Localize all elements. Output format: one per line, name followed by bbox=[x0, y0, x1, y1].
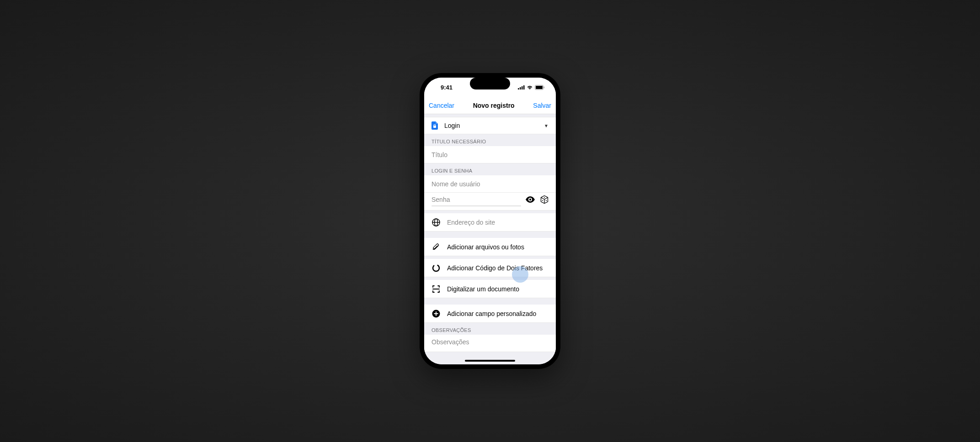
scan-document-label: Digitalizar um documento bbox=[447, 285, 519, 293]
svg-rect-0 bbox=[518, 88, 519, 89]
record-type-selector[interactable]: Login ▼ bbox=[424, 117, 556, 134]
phone-screen: 9:41 Cancelar Novo registro Salvar Login… bbox=[424, 78, 556, 364]
svg-point-10 bbox=[544, 197, 545, 198]
svg-point-12 bbox=[546, 200, 547, 201]
svg-rect-1 bbox=[520, 87, 521, 89]
password-strength-meter bbox=[431, 205, 521, 206]
scan-icon bbox=[431, 285, 441, 293]
plus-circle-icon bbox=[431, 310, 441, 318]
add-custom-field-button[interactable]: Adicionar campo personalizado bbox=[424, 305, 556, 323]
svg-rect-6 bbox=[544, 86, 545, 88]
dice-icon[interactable] bbox=[540, 195, 549, 204]
phone-notch bbox=[470, 78, 510, 89]
nav-title: Novo registro bbox=[473, 102, 515, 109]
username-field[interactable]: Nome de usuário bbox=[424, 175, 556, 193]
add-custom-field-label: Adicionar campo personalizado bbox=[447, 310, 536, 317]
add-files-label: Adicionar arquivos ou fotos bbox=[447, 243, 524, 251]
globe-icon bbox=[431, 218, 441, 226]
website-placeholder: Endereço do site bbox=[447, 219, 495, 226]
svg-rect-7 bbox=[433, 126, 436, 128]
cancel-button[interactable]: Cancelar bbox=[429, 102, 454, 109]
dropdown-arrow-icon: ▼ bbox=[544, 123, 549, 128]
title-field[interactable]: Título bbox=[424, 146, 556, 163]
battery-icon bbox=[535, 85, 545, 90]
password-placeholder: Senha bbox=[431, 196, 450, 203]
svg-rect-2 bbox=[522, 86, 523, 89]
svg-point-16 bbox=[432, 264, 440, 272]
touch-indicator bbox=[512, 266, 528, 283]
section-header-login: LOGIN E SENHA bbox=[424, 163, 556, 175]
paperclip-icon bbox=[431, 243, 441, 251]
home-indicator[interactable] bbox=[465, 360, 515, 362]
notes-field[interactable]: Observações bbox=[424, 335, 556, 352]
add-2fa-label: Adicionar Código de Dois Fatores bbox=[447, 264, 543, 272]
cellular-icon bbox=[518, 85, 525, 89]
svg-rect-5 bbox=[536, 86, 543, 89]
nav-bar: Cancelar Novo registro Salvar bbox=[424, 97, 556, 114]
svg-point-11 bbox=[542, 200, 543, 201]
section-header-notes: OBSERVAÇÕES bbox=[424, 323, 556, 335]
phone-frame: 9:41 Cancelar Novo registro Salvar Login… bbox=[420, 73, 560, 369]
scan-document-button[interactable]: Digitalizar um documento bbox=[424, 280, 556, 298]
record-type-value: Login bbox=[444, 122, 460, 129]
svg-rect-3 bbox=[523, 85, 525, 89]
status-time: 9:41 bbox=[441, 84, 453, 91]
document-icon bbox=[431, 121, 438, 130]
spinner-icon bbox=[431, 264, 441, 272]
add-2fa-button[interactable]: Adicionar Código de Dois Fatores bbox=[424, 259, 556, 277]
save-button[interactable]: Salvar bbox=[533, 102, 551, 109]
notes-placeholder: Observações bbox=[431, 338, 469, 346]
wifi-icon bbox=[527, 85, 533, 89]
website-field[interactable]: Endereço do site bbox=[424, 213, 556, 232]
eye-icon[interactable] bbox=[526, 196, 535, 203]
title-placeholder: Título bbox=[431, 151, 447, 158]
form-content[interactable]: Login ▼ TÍTULO NECESSÁRIO Título LOGIN E… bbox=[424, 114, 556, 364]
add-files-button[interactable]: Adicionar arquivos ou fotos bbox=[424, 238, 556, 256]
svg-point-9 bbox=[529, 199, 531, 200]
section-header-title: TÍTULO NECESSÁRIO bbox=[424, 134, 556, 146]
username-placeholder: Nome de usuário bbox=[431, 180, 480, 188]
password-field[interactable]: Senha bbox=[424, 193, 556, 210]
status-indicators bbox=[518, 85, 545, 90]
